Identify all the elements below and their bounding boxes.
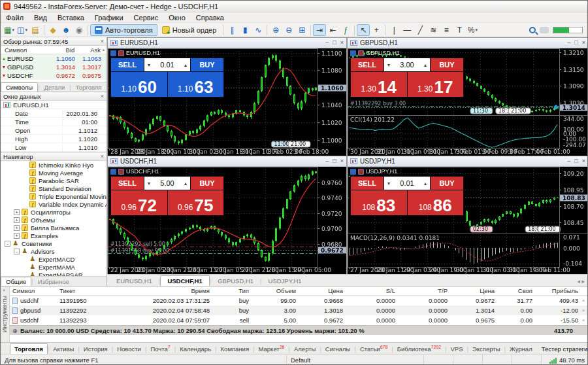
close-button[interactable]: × [582, 40, 585, 46]
chart-tab-USDJPY,H1[interactable]: USDJPY,H1 [262, 276, 308, 286]
navigator-item-Standard Deviation[interactable]: ƒStandard Deviation [1, 184, 106, 192]
menu-item-Графики[interactable]: Графики [90, 14, 129, 22]
bottom-tab-Алерты[interactable]: Алерты [290, 344, 319, 354]
bottom-tab-Почта[interactable]: Почта7 [146, 343, 174, 354]
lot-decrease-icon[interactable]: ▾ [144, 181, 154, 186]
expand-icon[interactable]: + [14, 209, 20, 215]
lot-size-input[interactable]: ▾ 0.01 ▴ [144, 58, 190, 71]
buy-price[interactable]: 1.30 17 [408, 72, 464, 97]
menu-item-Окно[interactable]: Окно [163, 14, 191, 22]
navigator-item-Parabolic SAR[interactable]: ƒParabolic SAR [1, 177, 106, 184]
menu-item-Вид[interactable]: Вид [29, 14, 52, 22]
lot-value[interactable]: 3.00 [393, 61, 421, 69]
terminal-side-strip[interactable]: × Инструменты [1, 287, 10, 342]
buy-price[interactable]: 0.96 75 [168, 190, 224, 215]
tab-scroll-arrows[interactable]: ◂ ▸ [577, 278, 588, 286]
oneclick-toggle-icon[interactable] [350, 169, 356, 175]
expand-icon[interactable]: + [14, 233, 20, 239]
bottom-tab-Компания[interactable]: Компания [217, 344, 253, 354]
candlestick-mode-icon[interactable]: ▮ [238, 24, 252, 36]
navigator-item-Examples[interactable]: +ƒExamples [1, 232, 106, 239]
signals-icon[interactable]: ◉ [73, 24, 86, 36]
maximize-button[interactable]: □ [574, 40, 578, 46]
maximize-button[interactable]: □ [574, 158, 578, 164]
expand-icon[interactable]: + [14, 225, 20, 231]
lot-value[interactable]: 5.00 [154, 179, 181, 187]
close-icon[interactable]: × [3, 287, 6, 293]
lot-decrease-icon[interactable]: ▾ [384, 62, 393, 68]
close-button[interactable]: × [582, 158, 585, 164]
column-header-Прибыль[interactable]: Прибыль [532, 287, 578, 294]
lot-size-input[interactable]: ▾ 5.00 ▴ [144, 177, 190, 190]
sell-price[interactable]: 0.96 72 [111, 190, 167, 215]
sell-price[interactable]: 1.10 60 [111, 72, 167, 97]
position-row[interactable]: gbpusd113922922020.02.04 07:58:48buy3.00… [10, 305, 588, 315]
bottom-tab-Статьи[interactable]: Статьи678 [356, 343, 391, 354]
column-header-Цена[interactable]: Цена [296, 287, 343, 294]
maximize-button[interactable]: □ [333, 40, 336, 46]
market-watch-tab-Торговля[interactable]: Торговля [71, 83, 106, 92]
sell-button[interactable]: SELL [111, 58, 144, 71]
menu-item-Справка[interactable]: Справка [191, 14, 229, 22]
toolbox-icon[interactable]: ▤ [29, 24, 42, 36]
navigator-item-Ichimoku Kinko Hyo[interactable]: ƒIchimoku Kinko Hyo [1, 161, 106, 169]
zoom-in-icon[interactable]: ⊕ [269, 24, 282, 36]
tile-windows-icon[interactable]: ⊞ [295, 24, 308, 36]
sell-button[interactable]: SELL [111, 177, 144, 190]
navigator-item-ExpertMAMA[interactable]: ♟ExpertMAMA [1, 263, 106, 271]
bottom-tab-Новости[interactable]: Новости [113, 344, 145, 354]
navigator-item-ExpertMACD[interactable]: ♟ExpertMACD [1, 255, 106, 263]
close-button[interactable]: × [340, 158, 344, 164]
navigator-item-Variable Index Dynamic Av[interactable]: ƒVariable Index Dynamic Av [1, 200, 106, 208]
lot-value[interactable]: 0.01 [154, 61, 181, 69]
new-order-button[interactable]: Новый ордер [157, 24, 221, 36]
sell-price[interactable]: 108 83 [351, 190, 407, 215]
oneclick-toggle-icon[interactable] [350, 50, 356, 56]
expand-icon[interactable]: ⊕ [10, 327, 20, 334]
navigator-title-bar[interactable]: Навигатор × [1, 152, 106, 161]
chart-tab-GBPUSD,H1[interactable]: GBPUSD,H1 [211, 276, 260, 286]
buy-button[interactable]: BUY [431, 58, 463, 71]
lot-increase-icon[interactable]: ▴ [421, 181, 430, 186]
lot-decrease-icon[interactable]: ▾ [144, 62, 154, 68]
market-watch-row-EURUSD[interactable]: ▲EURUSD1.10601.1063 [1, 54, 106, 63]
minimize-button[interactable]: – [567, 40, 570, 46]
bottom-tab-Активы[interactable]: Активы [49, 344, 78, 354]
menu-item-Вставка[interactable]: Вставка [52, 14, 90, 22]
channel-icon[interactable]: ≡ [440, 24, 453, 36]
position-row[interactable]: usdchf113922932020.02.04 07:59:07sell5.0… [10, 315, 588, 325]
data-window-title-bar[interactable]: Окно данных × [1, 92, 106, 101]
position-row[interactable]: usdchf113919502020.02.03 17:31:25buy99.0… [10, 296, 588, 305]
navigator-item-Объемы[interactable]: +ƒОбъемы [1, 216, 106, 224]
title-bar[interactable]: 9449562 - InstaForex-Server: Демо-счет -… [1, 1, 587, 12]
lot-size-input[interactable]: ▾ 3.00 ▴ [384, 58, 430, 71]
chart-title-bar[interactable]: USDCHF,H1 – □ × [108, 156, 346, 166]
oneclick-toggle-icon[interactable] [110, 50, 116, 56]
lot-size-input[interactable]: ▾ 0.01 ▴ [384, 177, 430, 190]
chart-title-bar[interactable]: GBPUSD,H1 – □ × [348, 38, 588, 48]
menu-item-Файл[interactable]: Файл [1, 14, 29, 22]
chart-shift-icon[interactable]: ⇥ [313, 24, 326, 36]
lot-decrease-icon[interactable]: ▾ [384, 181, 393, 186]
new-chart-icon[interactable]: ▦▾ [3, 24, 16, 36]
market-watch-tab-Детали[interactable]: Детали [40, 83, 70, 92]
expand-icon[interactable]: + [14, 217, 20, 223]
bottom-tab-Маркет[interactable]: Маркет26 [255, 343, 289, 354]
zoom-out-icon[interactable]: ⊖ [282, 24, 295, 36]
column-header-Объем[interactable]: Объем [249, 287, 296, 294]
search-icon[interactable] [529, 27, 536, 33]
minimize-button[interactable]: – [325, 158, 329, 164]
buy-button[interactable]: BUY [191, 177, 223, 190]
autotrade-button[interactable]: Авто-торговля [90, 24, 157, 36]
sell-button[interactable]: SELL [351, 177, 384, 190]
trend-line-icon[interactable]: ╱ [414, 24, 427, 36]
bottom-tab-Сигналы[interactable]: Сигналы [321, 344, 355, 354]
auto-scroll-icon[interactable]: ⇤ [326, 24, 339, 36]
status-profile[interactable]: Default [287, 355, 424, 365]
navigator-item-Moving Average[interactable]: ƒMoving Average [1, 169, 106, 177]
bottom-tab-Календарь[interactable]: Календарь [176, 344, 215, 354]
lot-increase-icon[interactable]: ▴ [421, 62, 430, 68]
lot-increase-icon[interactable]: ▴ [181, 62, 190, 68]
navigator-item-Билла Вильямса[interactable]: +ƒБилла Вильямса [1, 224, 106, 232]
vertical-line-icon[interactable]: | [387, 24, 400, 36]
